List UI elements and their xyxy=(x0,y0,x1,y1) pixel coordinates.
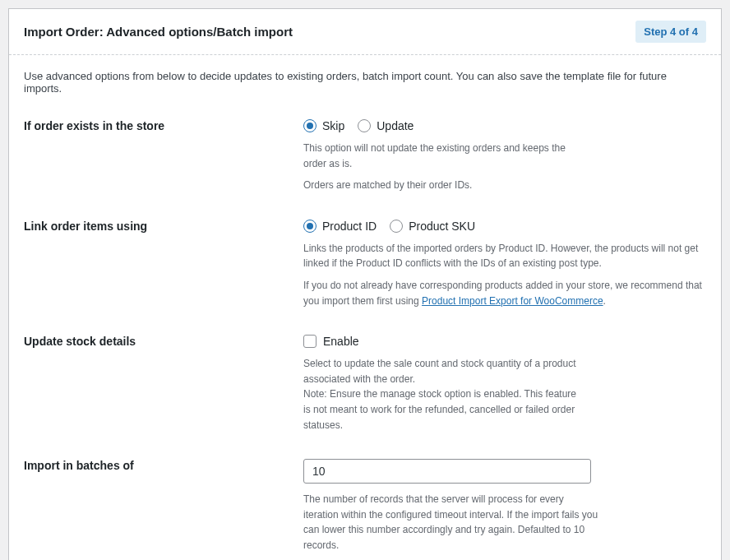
product-import-export-link[interactable]: Product Import Export for WooCommerce xyxy=(422,295,603,307)
help-text: Links the products of the imported order… xyxy=(303,241,706,308)
help-text: Select to update the sale count and stoc… xyxy=(303,356,583,433)
radio-group-link-items: Product ID Product SKU xyxy=(303,220,706,233)
field-label: Link order items using xyxy=(24,220,303,308)
import-panel: Import Order: Advanced options/Batch imp… xyxy=(8,8,722,560)
checkbox-enable-stock[interactable]: Enable xyxy=(303,335,706,348)
field-label: Update stock details xyxy=(24,335,303,433)
radio-input-icon xyxy=(358,119,371,132)
radio-input-icon xyxy=(390,220,403,233)
field-update-stock: Update stock details Enable Select to up… xyxy=(24,335,706,433)
field-label: If order exists in the store xyxy=(24,119,303,193)
field-content: Skip Update This option will not update … xyxy=(303,119,706,193)
radio-input-icon xyxy=(303,119,316,132)
help-paragraph: Note: Ensure the manage stock option is … xyxy=(303,386,583,433)
batch-count-input[interactable] xyxy=(303,459,591,484)
help-paragraph: Links the products of the imported order… xyxy=(303,241,706,271)
field-content: The number of records that the server wi… xyxy=(303,459,706,553)
help-span: . xyxy=(603,295,606,307)
radio-update[interactable]: Update xyxy=(358,119,414,132)
help-text: This option will not update the existing… xyxy=(303,141,583,193)
help-paragraph: This option will not update the existing… xyxy=(303,141,583,171)
radio-label: Skip xyxy=(322,119,344,132)
field-label: Import in batches of xyxy=(24,459,303,553)
panel-header: Import Order: Advanced options/Batch imp… xyxy=(9,9,721,55)
radio-input-icon xyxy=(303,220,316,233)
radio-product-id[interactable]: Product ID xyxy=(303,220,377,233)
field-order-exists: If order exists in the store Skip Update… xyxy=(24,119,706,193)
field-content: Product ID Product SKU Links the product… xyxy=(303,220,706,308)
radio-label: Product SKU xyxy=(409,220,475,233)
help-paragraph: Select to update the sale count and stoc… xyxy=(303,356,583,386)
panel-body: Use advanced options from below to decid… xyxy=(9,55,721,560)
checkbox-label: Enable xyxy=(323,335,359,348)
radio-skip[interactable]: Skip xyxy=(303,119,344,132)
radio-label: Product ID xyxy=(322,220,377,233)
radio-group-order-exists: Skip Update xyxy=(303,119,706,132)
page-title: Import Order: Advanced options/Batch imp… xyxy=(24,25,293,39)
field-content: Enable Select to update the sale count a… xyxy=(303,335,706,433)
help-paragraph: Orders are matched by their order IDs. xyxy=(303,178,583,193)
step-badge: Step 4 of 4 xyxy=(635,21,706,43)
help-paragraph: If you do not already have corresponding… xyxy=(303,278,706,308)
intro-text: Use advanced options from below to decid… xyxy=(24,70,706,95)
help-text: The number of records that the server wi… xyxy=(303,492,599,553)
checkbox-input-icon xyxy=(303,335,316,348)
radio-label: Update xyxy=(377,119,414,132)
radio-product-sku[interactable]: Product SKU xyxy=(390,220,475,233)
field-batch: Import in batches of The number of recor… xyxy=(24,459,706,553)
field-link-items: Link order items using Product ID Produc… xyxy=(24,220,706,308)
